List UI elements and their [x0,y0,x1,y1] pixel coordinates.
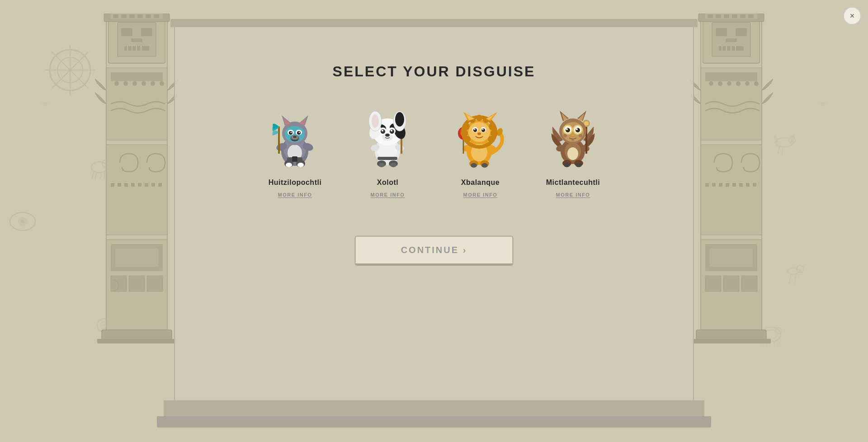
totem-left [95,14,179,345]
svg-rect-133 [692,339,771,343]
svg-point-195 [471,163,477,168]
svg-rect-119 [712,183,716,187]
more-info-button-huitzilopochtli[interactable]: MORE INFO [274,190,316,199]
svg-point-205 [462,123,470,130]
svg-rect-84 [115,249,158,267]
more-info-button-xolotl[interactable]: MORE INFO [367,190,409,199]
svg-point-209 [491,130,498,137]
svg-point-166 [378,163,385,167]
svg-point-68 [123,81,128,86]
svg-rect-106 [732,14,737,18]
svg-rect-95 [726,38,737,42]
svg-point-248 [566,128,570,132]
svg-rect-118 [705,183,709,187]
svg-point-206 [461,130,468,137]
svg-rect-130 [723,276,739,292]
svg-point-220 [482,128,484,130]
continue-button[interactable]: CONTINUE › [354,235,514,266]
svg-rect-103 [708,14,713,18]
svg-point-70 [142,81,146,86]
svg-point-185 [385,133,390,136]
svg-line-25 [795,276,796,285]
svg-point-249 [576,128,580,132]
svg-rect-120 [719,183,722,187]
content-area: SELECT YOUR DISGUISE [172,27,696,406]
svg-rect-81 [158,183,162,187]
svg-point-219 [474,128,476,130]
svg-rect-124 [746,183,750,187]
svg-rect-105 [724,14,729,18]
character-card-mictlantecuhtli[interactable]: Mictlantecuhtli MORE INFO [531,107,615,199]
svg-point-116 [754,81,759,86]
totem-right [689,14,773,345]
svg-rect-78 [138,183,142,187]
svg-rect-63 [146,14,151,18]
svg-rect-128 [710,249,753,267]
svg-point-232 [576,163,582,167]
svg-rect-131 [741,276,757,292]
svg-rect-94 [736,28,747,36]
svg-point-255 [579,134,582,137]
svg-point-189 [372,114,379,128]
svg-point-39 [43,102,47,106]
svg-rect-86 [129,276,145,292]
more-info-button-mictlantecuhtli[interactable]: MORE INFO [552,190,594,199]
svg-rect-79 [145,183,148,187]
svg-rect-49 [121,28,132,36]
svg-point-71 [151,81,155,86]
character-card-xolotl[interactable]: Xolotl MORE INFO [346,107,429,199]
characters-row: Huitzilopochtli MORE INFO [253,107,615,199]
svg-rect-50 [141,28,152,36]
svg-point-114 [736,81,741,86]
character-name-mictlantecuhtli: Mictlantecuhtli [546,179,600,187]
svg-rect-104 [716,14,721,18]
character-card-xbalanque[interactable]: Xbalanque MORE INFO [439,107,522,199]
svg-rect-129 [705,276,721,292]
svg-rect-61 [129,14,135,18]
svg-rect-80 [151,183,155,187]
svg-point-208 [489,123,496,130]
character-card-huitzilopochtli[interactable]: Huitzilopochtli MORE INFO [253,107,337,199]
character-portrait-huitzilopochtli [264,107,327,170]
svg-point-140 [297,163,304,167]
svg-point-231 [564,163,570,167]
svg-point-28 [775,328,782,334]
character-name-xolotl: Xolotl [377,179,398,187]
svg-rect-163 [377,157,397,160]
svg-rect-66 [111,72,163,81]
svg-point-183 [391,130,392,132]
svg-point-8 [21,220,24,223]
svg-rect-93 [716,28,727,36]
close-icon: × [850,11,855,21]
svg-line-21 [778,146,780,154]
svg-point-254 [563,134,567,137]
svg-point-251 [576,128,578,130]
svg-line-22 [782,146,783,155]
svg-rect-74 [111,183,114,187]
svg-point-237 [584,121,589,126]
svg-rect-76 [124,183,128,187]
svg-rect-108 [748,14,754,18]
svg-point-210 [488,136,494,142]
svg-point-212 [476,115,482,121]
svg-rect-64 [154,14,159,18]
svg-point-69 [132,81,137,86]
page-title: SELECT YOUR DISGUISE [333,63,536,80]
svg-rect-122 [732,183,736,187]
svg-point-256 [571,139,574,141]
svg-line-24 [789,275,791,284]
svg-point-214 [468,122,490,142]
character-portrait-mictlantecuhtli [542,107,605,170]
svg-rect-107 [740,14,745,18]
svg-point-188 [395,112,404,127]
svg-rect-89 [97,339,176,343]
svg-point-115 [745,81,750,86]
svg-rect-121 [726,183,729,187]
svg-point-112 [718,81,722,86]
svg-rect-62 [137,14,143,18]
close-button[interactable]: × [843,7,861,25]
more-info-button-xbalanque[interactable]: MORE INFO [460,190,501,199]
svg-point-72 [160,81,164,86]
svg-rect-123 [739,183,743,187]
svg-point-113 [727,81,731,86]
